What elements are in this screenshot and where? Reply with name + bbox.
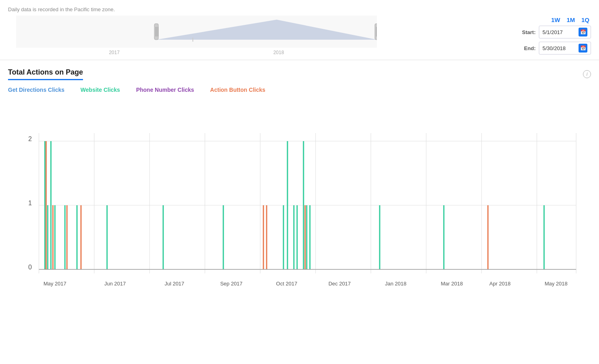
main-chart: 0 1 2: [8, 101, 591, 293]
svg-rect-2: [154, 24, 158, 40]
legend-get-directions: Get Directions Clicks: [8, 87, 65, 93]
timezone-note: Daily data is recorded in the Pacific ti…: [8, 6, 591, 12]
timeline-area: 2017 2018: [16, 16, 377, 56]
range-1m[interactable]: 1M: [565, 16, 577, 24]
end-date-input[interactable]: 5/30/2018 📅: [539, 42, 591, 55]
end-date-row: End: 5/30/2018 📅: [522, 42, 591, 55]
svg-text:Sep 2017: Sep 2017: [220, 281, 243, 287]
svg-text:May 2017: May 2017: [43, 281, 66, 287]
top-section: Daily data is recorded in the Pacific ti…: [0, 0, 599, 60]
legend-action-button: Action Button Clicks: [210, 87, 265, 93]
svg-text:0: 0: [28, 264, 32, 271]
chart-container: 0 1 2: [8, 101, 591, 295]
svg-rect-3: [156, 27, 156, 36]
legend-website: Website Clicks: [81, 87, 120, 93]
info-icon[interactable]: i: [583, 70, 591, 78]
end-date-value: 5/30/2018: [542, 45, 576, 51]
svg-text:Mar 2018: Mar 2018: [441, 281, 463, 287]
svg-text:1: 1: [28, 200, 32, 206]
svg-text:Oct 2017: Oct 2017: [276, 281, 297, 287]
date-inputs: Start: 5/1/2017 📅 End: 5/30/2018 📅: [522, 26, 591, 55]
timeline-svg: [16, 16, 377, 48]
svg-text:Apr 2018: Apr 2018: [490, 281, 511, 287]
svg-rect-5: [158, 27, 158, 36]
controls-row: 2017 2018 1W 1M 1Q Start: 5/1/2017 📅: [8, 16, 591, 56]
chart-section: Total Actions on Page i Get Directions C…: [0, 60, 599, 299]
timeline-label-2018: 2018: [273, 50, 284, 55]
range-1q[interactable]: 1Q: [580, 16, 591, 24]
chart-title: Total Actions on Page: [8, 68, 83, 76]
timeline-labels: 2017 2018: [16, 50, 377, 55]
svg-text:Jul 2017: Jul 2017: [164, 281, 184, 287]
svg-rect-10: [192, 38, 193, 42]
start-date-value: 5/1/2017: [542, 29, 576, 35]
svg-text:Jun 2017: Jun 2017: [104, 281, 126, 287]
start-calendar-icon[interactable]: 📅: [579, 28, 587, 36]
start-date-row: Start: 5/1/2017 📅: [522, 26, 591, 38]
end-calendar-icon[interactable]: 📅: [579, 44, 587, 53]
start-label: Start:: [522, 29, 536, 35]
legend: Get Directions Clicks Website Clicks Pho…: [8, 87, 591, 93]
svg-text:Jan 2018: Jan 2018: [385, 281, 407, 287]
range-buttons: 1W 1M 1Q: [550, 16, 591, 24]
legend-phone: Phone Number Clicks: [136, 87, 194, 93]
svg-rect-6: [375, 24, 377, 40]
timeline-label-2017: 2017: [109, 50, 120, 55]
svg-text:May 2018: May 2018: [544, 281, 567, 287]
end-label: End:: [522, 45, 536, 51]
svg-rect-7: [376, 27, 376, 36]
svg-text:Dec 2017: Dec 2017: [328, 281, 351, 287]
svg-text:2: 2: [28, 135, 32, 142]
start-date-input[interactable]: 5/1/2017 📅: [539, 26, 591, 38]
svg-rect-4: [157, 27, 157, 36]
range-1w[interactable]: 1W: [550, 16, 562, 24]
